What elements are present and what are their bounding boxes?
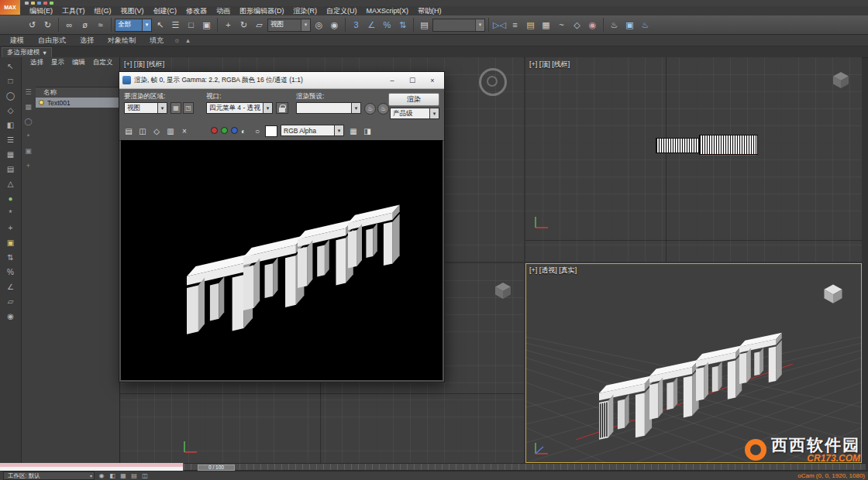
print-image-icon[interactable]: ▥ — [164, 125, 177, 137]
polygon-tool-icon[interactable]: ◇ — [5, 105, 17, 116]
snap-status-icon[interactable]: ▦ — [119, 472, 128, 480]
channel-display-dropdown[interactable]: RGB Alpha ▾ — [281, 125, 344, 136]
menu-item[interactable]: 编辑(E) — [25, 6, 57, 15]
compare-icon[interactable]: ◨ — [361, 125, 374, 137]
clear-image-icon[interactable]: × — [178, 125, 191, 137]
explorer-cameras-icon[interactable]: ▣ — [23, 146, 33, 156]
panel-tool-icon[interactable]: ▣ — [5, 237, 17, 249]
time-slider[interactable]: 0 / 100 — [198, 465, 235, 471]
viewport-label[interactable]: [+] [顶] [线框] — [124, 60, 164, 70]
material-editor-icon[interactable]: ◉ — [585, 18, 600, 33]
angle-tool-icon[interactable]: ∠ — [5, 281, 17, 293]
maximize-button[interactable]: ☐ — [404, 74, 421, 86]
grid-tool-icon[interactable]: ▦ — [5, 149, 17, 160]
layers-tool-icon[interactable]: ▤ — [5, 163, 17, 175]
ribbon-toggle-icon[interactable]: ▦ — [539, 18, 553, 33]
angle-snap-icon[interactable]: ∠ — [364, 18, 379, 33]
render-setup-icon[interactable]: ♨ — [607, 18, 622, 33]
menu-item[interactable]: 渲染(R) — [289, 6, 322, 15]
quick-access-icon[interactable] — [50, 2, 53, 5]
unlink-selection-icon[interactable]: ø — [78, 18, 92, 33]
render-button[interactable]: 渲染 — [388, 93, 439, 106]
select-by-name-icon[interactable]: ☰ — [168, 18, 183, 33]
selection-lock-icon[interactable]: ◧ — [108, 472, 117, 480]
percent-tool-icon[interactable]: % — [5, 266, 17, 278]
explorer-menu-item[interactable]: 自定义 — [89, 58, 117, 67]
clone-window-icon[interactable]: ◇ — [150, 125, 163, 137]
quick-access-icon[interactable] — [37, 2, 41, 5]
scene-object-row[interactable]: Text001 — [36, 98, 119, 108]
viewcube-ring-gizmo[interactable] — [479, 68, 507, 96]
align-icon[interactable]: ≡ — [508, 18, 522, 33]
background-color-swatch[interactable] — [265, 125, 277, 137]
edge-tool-icon[interactable]: ◧ — [5, 119, 17, 131]
explorer-shapes-icon[interactable]: ◯ — [23, 116, 33, 126]
area-to-render-dropdown[interactable]: 视图 ▾ — [124, 102, 167, 114]
ribbon-tab[interactable]: 建模 — [3, 35, 31, 46]
explorer-menu-item[interactable]: 选择 — [26, 58, 47, 67]
quick-access-icon[interactable] — [25, 2, 29, 5]
lock-viewport-icon[interactable] — [276, 102, 288, 114]
rendered-frame-window[interactable]: 渲染, 帧 0, 显示 Gamma: 2.2, RGBA 颜色 16 位/通道 … — [119, 71, 445, 382]
select-and-scale-icon[interactable]: ▱ — [252, 18, 267, 33]
rfw-titlebar[interactable]: 渲染, 帧 0, 显示 Gamma: 2.2, RGBA 颜色 16 位/通道 … — [119, 72, 444, 89]
viewcube-gizmo[interactable] — [822, 282, 845, 305]
select-object-icon[interactable]: ↖ — [153, 18, 167, 33]
name-column-header[interactable]: 名称 — [36, 87, 119, 98]
dot-tool-icon[interactable]: ◉ — [5, 310, 17, 322]
redo-icon[interactable]: ↻ — [40, 18, 55, 33]
edit-named-sets-icon[interactable]: ▤ — [417, 18, 432, 33]
rect-tool-icon[interactable]: □ — [5, 75, 17, 87]
ribbon-settings-icon[interactable]: ☼ — [170, 36, 183, 44]
time-slider-track[interactable]: 0 / 100 — [184, 463, 866, 471]
explorer-helpers-icon[interactable]: + — [23, 160, 33, 170]
menu-item[interactable]: 动画 — [212, 6, 235, 15]
polygon-modeling-panel-tab[interactable]: 多边形建模 ▾ — [2, 47, 52, 57]
sphere-tool-icon[interactable]: ● — [5, 193, 17, 204]
save-image-icon[interactable]: ▤ — [122, 125, 135, 137]
swap-tool-icon[interactable]: ⇅ — [5, 252, 17, 263]
circle-tool-icon[interactable]: ◯ — [5, 90, 17, 101]
window-crossing-icon[interactable]: ▣ — [199, 18, 214, 33]
close-button[interactable]: × — [424, 74, 441, 86]
select-tool-icon[interactable]: ↖ — [5, 60, 17, 72]
render-preset-dropdown[interactable]: ▾ — [296, 102, 361, 114]
select-and-link-icon[interactable]: ∞ — [62, 18, 77, 33]
visibility-bulb-icon[interactable] — [39, 100, 44, 105]
percent-snap-icon[interactable]: % — [380, 18, 394, 33]
render-production-teapot-icon[interactable]: ♨ — [377, 103, 389, 115]
selection-filter-dropdown[interactable]: 全部 ▾ — [115, 19, 152, 32]
menu-item[interactable]: 图形编辑器(D) — [235, 6, 289, 15]
quick-access-icon[interactable] — [43, 2, 47, 5]
layout-icon[interactable]: ▦ — [347, 125, 360, 137]
para-tool-icon[interactable]: ▱ — [5, 296, 17, 307]
viewport-label[interactable]: [+] [透视] [真实] — [529, 266, 577, 276]
isolate-selection-icon[interactable]: ◉ — [97, 472, 106, 480]
select-and-rotate-icon[interactable]: ↻ — [236, 18, 251, 33]
menu-item[interactable]: 视图(V) — [116, 6, 149, 15]
menu-item[interactable]: 修改器 — [181, 6, 212, 15]
layer-manager-icon[interactable]: ▤ — [523, 18, 538, 33]
region-rectangle-icon[interactable]: □ — [184, 18, 198, 33]
list-tool-icon[interactable]: ☰ — [5, 134, 17, 146]
undo-icon[interactable]: ↺ — [25, 18, 40, 33]
viewcube-gizmo[interactable] — [831, 70, 851, 90]
mirror-icon[interactable]: ▷◁ — [492, 18, 507, 33]
spinner-snap-icon[interactable]: ⇅ — [395, 18, 410, 33]
explorer-display-icon[interactable]: ☰ — [23, 87, 33, 97]
snaps-toggle-icon[interactable]: 3 — [349, 18, 363, 33]
select-and-manipulate-icon[interactable]: ◉ — [327, 18, 342, 33]
explorer-menu-item[interactable]: 显示 — [47, 58, 68, 67]
grid-status-icon[interactable]: ▤ — [129, 472, 139, 480]
render-production-icon[interactable]: ♨ — [638, 18, 653, 33]
select-and-move-icon[interactable]: + — [221, 18, 236, 33]
bind-to-spacewarp-icon[interactable]: ≈ — [93, 18, 108, 33]
menu-item[interactable]: 组(G) — [90, 6, 116, 15]
quick-access-icon[interactable] — [31, 2, 35, 5]
minimize-button[interactable]: – — [384, 74, 401, 86]
mono-channel-icon[interactable]: ○ — [251, 125, 264, 137]
ribbon-tab[interactable]: 选择 — [73, 35, 101, 46]
viewcube-gizmo[interactable] — [493, 280, 513, 300]
explorer-menu-item[interactable]: 编辑 — [68, 58, 89, 67]
reference-coordinate-dropdown[interactable]: 视图 ▾ — [267, 19, 311, 32]
